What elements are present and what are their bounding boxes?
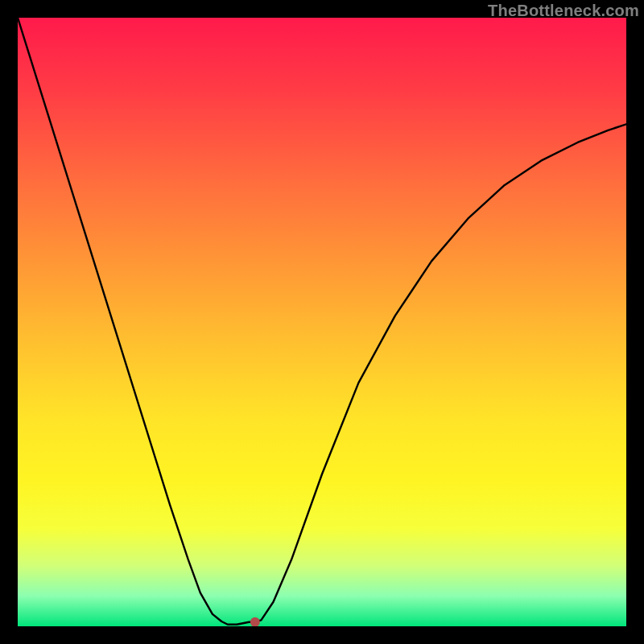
watermark-text: TheBottleneck.com — [488, 2, 639, 20]
bottleneck-curve — [18, 18, 626, 626]
minimum-marker — [250, 617, 260, 626]
chart-container: TheBottleneck.com — [0, 0, 644, 644]
plot-area — [18, 18, 626, 626]
